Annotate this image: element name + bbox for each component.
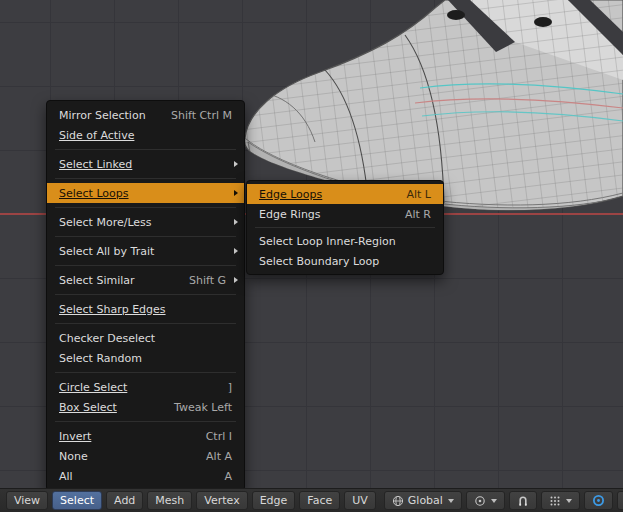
- menu-item-shortcut: Shift G: [189, 274, 226, 287]
- select-loops-submenu: Edge Loops Alt L Edge Rings Alt R Select…: [246, 180, 444, 275]
- header-menu-select[interactable]: Select: [52, 491, 102, 510]
- header-menu-uv[interactable]: UV: [344, 491, 376, 510]
- menu-item-select-boundary-loop[interactable]: Select Boundary Loop: [247, 251, 443, 271]
- menu-item-shortcut: Alt L: [406, 188, 431, 201]
- menu-item-side-of-active[interactable]: Side of Active: [47, 125, 244, 145]
- menu-item-label: Select Boundary Loop: [259, 255, 379, 268]
- menu-separator: [55, 207, 236, 208]
- menu-separator: [55, 372, 236, 373]
- menu-item-edge-loops[interactable]: Edge Loops Alt L: [247, 184, 443, 204]
- chevron-down-icon: [491, 499, 497, 503]
- menu-separator: [55, 294, 236, 295]
- proportional-editing-icon: [592, 494, 605, 507]
- globe-icon: [392, 495, 404, 507]
- menu-item-select-sharp-edges[interactable]: Select Sharp Edges: [47, 299, 244, 319]
- menu-button-label: View: [14, 494, 40, 507]
- menu-separator: [55, 421, 236, 422]
- transform-orientation-dropdown[interactable]: Global: [384, 491, 462, 510]
- menu-item-label: Select Similar: [59, 274, 135, 287]
- menu-button-label: Edge: [260, 494, 288, 507]
- submenu-arrow-icon: [234, 248, 238, 254]
- menu-item-label: All: [59, 470, 73, 483]
- menu-item-shortcut: A: [224, 470, 232, 483]
- menu-button-label: Mesh: [155, 494, 184, 507]
- menu-item-label: Invert: [59, 430, 91, 443]
- menu-item-label: Mirror Selection: [59, 109, 146, 122]
- menu-separator: [55, 265, 236, 266]
- menu-item-label: Select More/Less: [59, 216, 152, 229]
- menu-item-label: None: [59, 450, 88, 463]
- menu-item-shortcut: Alt A: [206, 450, 232, 463]
- snap-toggle-button[interactable]: [509, 491, 537, 510]
- pivot-point-dropdown[interactable]: [466, 491, 505, 510]
- header-menu-add[interactable]: Add: [106, 491, 143, 510]
- menu-item-none[interactable]: None Alt A: [47, 446, 244, 466]
- menu-item-label: Circle Select: [59, 381, 127, 394]
- submenu-arrow-icon: [234, 190, 238, 196]
- menu-item-label: Select Random: [59, 352, 142, 365]
- header-menu-view[interactable]: View: [6, 491, 48, 510]
- menu-item-checker-deselect[interactable]: Checker Deselect: [47, 328, 244, 348]
- menu-separator: [55, 323, 236, 324]
- chevron-down-icon: [448, 499, 454, 503]
- menu-button-label: Add: [114, 494, 135, 507]
- orientation-label: Global: [408, 494, 443, 507]
- proportional-editing-toggle[interactable]: [584, 491, 613, 510]
- menu-item-label: Box Select: [59, 401, 117, 414]
- menu-item-shortcut: ]: [228, 381, 232, 394]
- menu-separator: [55, 236, 236, 237]
- menu-item-shortcut: Tweak Left: [174, 401, 232, 414]
- menu-item-select-similar[interactable]: Select Similar Shift G: [47, 270, 244, 290]
- menu-item-select-all-by-trait[interactable]: Select All by Trait: [47, 241, 244, 261]
- menu-item-invert[interactable]: Invert Ctrl I: [47, 426, 244, 446]
- header-menu-face[interactable]: Face: [299, 491, 340, 510]
- menu-item-label: Edge Loops: [259, 188, 322, 201]
- menu-button-label: Select: [60, 494, 94, 507]
- menu-item-label: Select Sharp Edges: [59, 303, 166, 316]
- menu-item-select-random[interactable]: Select Random: [47, 348, 244, 368]
- header-menu-edge[interactable]: Edge: [252, 491, 296, 510]
- menu-separator: [55, 178, 236, 179]
- menu-button-label: UV: [352, 494, 368, 507]
- menu-separator: [55, 149, 236, 150]
- menu-item-all[interactable]: All A: [47, 466, 244, 486]
- submenu-arrow-icon: [234, 219, 238, 225]
- menu-item-label: Select All by Trait: [59, 245, 154, 258]
- submenu-arrow-icon: [234, 277, 238, 283]
- menu-item-select-linked[interactable]: Select Linked: [47, 154, 244, 174]
- menu-item-select-loop-inner-region[interactable]: Select Loop Inner-Region: [247, 231, 443, 251]
- menu-item-shortcut: Shift Ctrl M: [171, 109, 232, 122]
- viewport-3d[interactable]: Mirror Selection Shift Ctrl M Side of Ac…: [0, 0, 623, 489]
- menu-item-label: Side of Active: [59, 129, 134, 142]
- menu-separator: [255, 227, 435, 228]
- header-menu-vertex[interactable]: Vertex: [196, 491, 247, 510]
- chevron-down-icon: [566, 499, 572, 503]
- menu-item-label: Checker Deselect: [59, 332, 155, 345]
- menu-item-select-loops[interactable]: Select Loops: [47, 183, 244, 203]
- snap-element-dropdown[interactable]: [541, 491, 580, 510]
- pivot-point-icon: [474, 495, 486, 507]
- menu-item-mirror-selection[interactable]: Mirror Selection Shift Ctrl M: [47, 105, 244, 125]
- falloff-dropdown[interactable]: [617, 491, 623, 510]
- header-menu-mesh[interactable]: Mesh: [147, 491, 192, 510]
- menu-item-edge-rings[interactable]: Edge Rings Alt R: [247, 204, 443, 224]
- submenu-arrow-icon: [234, 161, 238, 167]
- select-menu: Mirror Selection Shift Ctrl M Side of Ac…: [46, 100, 245, 491]
- magnet-icon: [517, 495, 529, 507]
- menu-button-label: Vertex: [204, 494, 239, 507]
- menu-item-label: Edge Rings: [259, 208, 321, 221]
- menu-item-box-select[interactable]: Box Select Tweak Left: [47, 397, 244, 417]
- menu-item-label: Select Loop Inner-Region: [259, 235, 396, 248]
- menu-item-shortcut: Alt R: [405, 208, 431, 221]
- menu-item-label: Select Loops: [59, 187, 129, 200]
- snap-grid-icon: [549, 495, 561, 507]
- menu-button-label: Face: [307, 494, 332, 507]
- menu-item-circle-select[interactable]: Circle Select ]: [47, 377, 244, 397]
- menu-item-select-more-less[interactable]: Select More/Less: [47, 212, 244, 232]
- viewport-header: View Select Add Mesh Vertex Edge Face UV…: [0, 488, 623, 512]
- menu-item-label: Select Linked: [59, 158, 132, 171]
- menu-item-shortcut: Ctrl I: [206, 430, 232, 443]
